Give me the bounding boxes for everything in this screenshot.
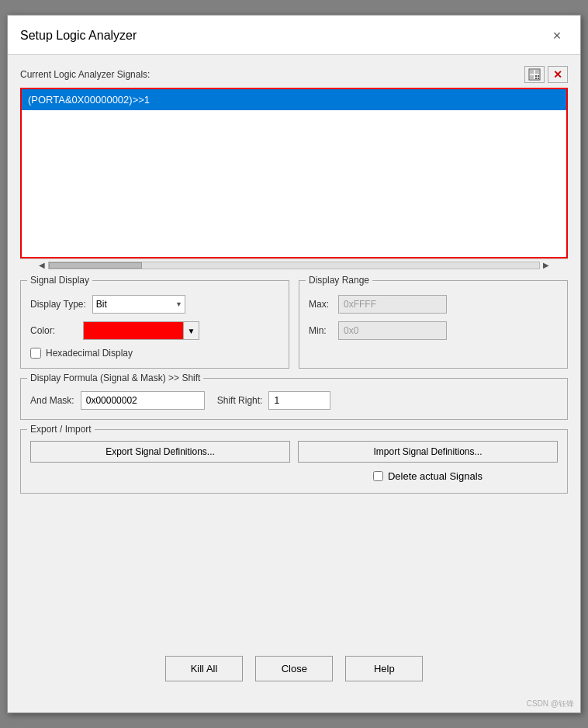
color-label: Color:	[30, 325, 77, 336]
delete-signals-label: Delete actual Signals	[388, 470, 483, 482]
signals-section: Current Logic Analyzer Signals:	[20, 66, 568, 271]
svg-rect-5	[538, 75, 539, 77]
dialog-title: Setup Logic Analyzer	[20, 29, 137, 43]
export-grid: Export Signal Definitions... Import Sign…	[30, 441, 558, 482]
title-bar: Setup Logic Analyzer ×	[8, 16, 580, 55]
export-import-title: Export / Import	[27, 424, 95, 435]
min-label: Min:	[309, 325, 332, 336]
scrollbar-area: ◀ ▶	[20, 258, 568, 271]
dialog-close-button[interactable]: ×	[546, 25, 568, 47]
signal-list-item[interactable]: (PORTA&0X00000002)>>1	[22, 89, 566, 110]
svg-rect-2	[535, 70, 539, 74]
color-dropdown-button[interactable]: ▼	[184, 321, 199, 340]
min-row: Min:	[309, 321, 558, 340]
svg-rect-4	[535, 75, 537, 77]
shift-right-input[interactable]	[268, 391, 330, 410]
svg-rect-1	[530, 70, 534, 74]
hex-display-checkbox[interactable]	[30, 348, 41, 359]
signals-section-label: Current Logic Analyzer Signals:	[20, 69, 150, 80]
setup-logic-analyzer-dialog: Setup Logic Analyzer × Current Logic Ana…	[7, 15, 581, 713]
max-input[interactable]	[338, 295, 447, 314]
delete-signals-checkbox[interactable]	[373, 471, 383, 481]
color-row: Color: ▼	[30, 321, 279, 340]
formula-section: Display Formula (Signal & Mask) >> Shift…	[20, 378, 568, 420]
svg-rect-3	[530, 75, 534, 79]
display-type-row: Display Type: Bit Unsigned Signed Hex	[30, 295, 279, 314]
formula-row: And Mask: Shift Right:	[30, 391, 558, 410]
export-import-section: Export / Import Export Signal Definition…	[20, 429, 568, 494]
middle-section: Signal Display Display Type: Bit Unsigne…	[20, 280, 568, 369]
display-type-select[interactable]: Bit Unsigned Signed Hex	[92, 295, 185, 314]
display-type-label: Display Type:	[30, 299, 86, 310]
color-dropdown-icon: ▼	[188, 327, 195, 335]
display-range-group: Display Range Max: Min:	[299, 280, 568, 369]
color-control: ▼	[83, 321, 199, 340]
export-signal-button[interactable]: Export Signal Definitions...	[30, 441, 290, 463]
scrollbar-track[interactable]	[48, 262, 540, 269]
dialog-footer: Kill All Close Help	[8, 645, 580, 697]
hex-display-row: Hexadecimal Display	[30, 348, 279, 359]
svg-rect-7	[538, 78, 539, 79]
shift-right-field: Shift Right:	[217, 391, 331, 410]
signal-display-group: Signal Display Display Type: Bit Unsigne…	[20, 280, 289, 369]
add-signal-icon	[528, 68, 541, 81]
color-swatch[interactable]	[83, 321, 184, 340]
delete-signal-button[interactable]: ✕	[548, 66, 568, 83]
scrollbar-thumb[interactable]	[49, 262, 142, 269]
and-mask-label: And Mask:	[30, 395, 74, 406]
kill-all-button[interactable]: Kill All	[165, 656, 244, 681]
svg-rect-6	[535, 78, 537, 79]
max-row: Max:	[309, 295, 558, 314]
signals-list-container[interactable]: (PORTA&0X00000002)>>1	[20, 88, 568, 258]
scroll-right-button[interactable]: ▶	[540, 261, 552, 269]
watermark: CSDN @钰锋	[8, 697, 580, 712]
formula-title: Display Formula (Signal & Mask) >> Shift	[27, 373, 203, 383]
max-label: Max:	[309, 299, 332, 310]
display-range-title: Display Range	[306, 275, 372, 286]
signal-display-title: Signal Display	[27, 275, 92, 286]
min-input[interactable]	[338, 321, 447, 340]
import-signal-button[interactable]: Import Signal Definitions...	[298, 441, 558, 463]
hex-display-label: Hexadecimal Display	[46, 348, 133, 359]
dialog-body: Current Logic Analyzer Signals:	[8, 55, 580, 645]
and-mask-input[interactable]	[81, 391, 205, 410]
signals-header: Current Logic Analyzer Signals:	[20, 66, 568, 83]
help-button[interactable]: Help	[345, 656, 423, 681]
delete-signals-row: Delete actual Signals	[298, 470, 558, 482]
and-mask-field: And Mask:	[30, 391, 205, 410]
add-signal-button[interactable]	[524, 66, 545, 83]
shift-right-label: Shift Right:	[217, 395, 263, 406]
display-type-select-wrapper[interactable]: Bit Unsigned Signed Hex	[92, 295, 185, 314]
close-button[interactable]: Close	[255, 656, 333, 681]
scroll-left-button[interactable]: ◀	[36, 261, 48, 269]
